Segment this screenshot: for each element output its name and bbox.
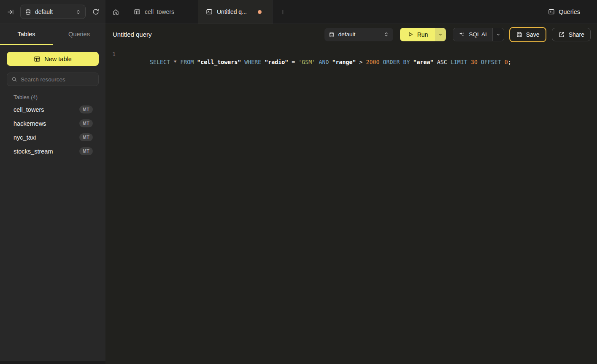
table-engine-badge: MT	[79, 119, 93, 127]
sql-editor[interactable]: 1 SELECT * FROM "cell_towers" WHERE "rad…	[105, 45, 597, 364]
sql-token: FROM	[180, 59, 197, 65]
tables-section-label: Tables (4)	[14, 94, 99, 100]
play-icon	[407, 31, 413, 38]
sql-code-line: SELECT * FROM "cell_towers" WHERE "radio…	[123, 50, 511, 74]
database-icon	[25, 9, 31, 15]
sparkles-icon	[459, 31, 465, 38]
plus-icon	[280, 9, 286, 15]
share-button[interactable]: Share	[552, 28, 591, 41]
database-icon	[329, 32, 335, 38]
table-row-name: nyc_taxi	[14, 134, 36, 141]
sql-token: AND	[319, 59, 332, 65]
sql-ai-options-button[interactable]	[492, 28, 504, 41]
table-row-name: cell_towers	[14, 106, 44, 113]
sidebar-footer	[0, 361, 105, 364]
table-row-name: stocks_stream	[14, 148, 53, 155]
queries-button-label: Queries	[559, 8, 580, 15]
run-button-label: Run	[417, 31, 428, 38]
new-table-button-label: New table	[44, 56, 71, 62]
tab-untitled-query[interactable]: Untitled q...	[198, 0, 273, 24]
sql-token: SELECT	[150, 59, 173, 65]
line-number: 1	[112, 50, 116, 58]
table-row[interactable]: stocks_stream MT	[0, 144, 105, 158]
table-row-name: hackernews	[14, 120, 46, 127]
sidebar-tabs: Tables Queries	[0, 24, 105, 45]
run-button-group: Run	[400, 28, 446, 41]
run-button[interactable]: Run	[400, 28, 435, 41]
sql-token: 0	[505, 59, 508, 65]
sql-ai-button-group: SQL AI	[453, 28, 504, 41]
save-icon	[516, 31, 523, 38]
database-selector-value: default	[35, 8, 53, 15]
new-table-button[interactable]: New table	[7, 52, 99, 66]
collapse-sidebar-icon[interactable]	[7, 8, 14, 16]
terminal-icon	[548, 8, 555, 15]
table-engine-badge: MT	[79, 147, 93, 155]
sql-token: 2000	[366, 59, 383, 65]
sidebar-tab-queries[interactable]: Queries	[53, 24, 105, 45]
sql-token: WHERE	[244, 59, 265, 65]
query-toolbar: default Run	[324, 27, 591, 42]
sql-token: LIMIT	[451, 59, 471, 65]
search-input[interactable]	[21, 76, 95, 83]
tab-cell-towers[interactable]: cell_towers	[126, 0, 198, 24]
search-icon	[11, 76, 17, 82]
sql-ai-button[interactable]: SQL AI	[453, 28, 492, 41]
sql-token: "cell_towers"	[197, 59, 244, 65]
share-icon	[558, 31, 565, 38]
queries-button[interactable]: Queries	[548, 0, 597, 24]
table-row[interactable]: cell_towers MT	[0, 102, 105, 116]
table-engine-badge: MT	[79, 133, 93, 141]
top-bar-left: default	[0, 0, 105, 24]
query-database-selector-value: default	[338, 31, 356, 38]
sql-token: ;	[508, 59, 511, 65]
new-tab-button[interactable]	[273, 0, 293, 24]
run-options-button[interactable]	[435, 28, 446, 41]
table-row[interactable]: hackernews MT	[0, 116, 105, 130]
sql-token: 30	[471, 59, 481, 65]
chevron-down-icon	[438, 32, 443, 37]
table-icon	[34, 56, 41, 62]
refresh-icon[interactable]	[92, 8, 100, 16]
sidebar-tab-tables[interactable]: Tables	[0, 24, 53, 45]
home-icon	[112, 8, 119, 16]
sql-token: =	[292, 59, 298, 65]
sidebar: Tables Queries New table Tables (4) cell…	[0, 24, 105, 364]
database-selector[interactable]: default	[20, 5, 86, 19]
sidebar-tab-label: Queries	[68, 31, 90, 38]
sql-token: OFFSET	[481, 59, 505, 65]
sql-token: "area"	[413, 59, 437, 65]
tab-strip: cell_towers Untitled q... Queries	[105, 0, 597, 24]
share-button-label: Share	[569, 31, 584, 38]
save-button[interactable]: Save	[509, 27, 546, 42]
sql-token: ASC	[437, 59, 451, 65]
tab-home[interactable]	[105, 0, 126, 24]
query-title: Untitled query	[113, 31, 152, 38]
sql-ai-button-label: SQL AI	[469, 31, 486, 38]
top-bar: default cell_towers Untitled q...	[0, 0, 597, 24]
updown-chevron-icon	[384, 32, 389, 37]
query-database-selector[interactable]: default	[324, 28, 393, 41]
unsaved-indicator-dot	[258, 10, 262, 14]
query-header: Untitled query default	[105, 24, 597, 45]
terminal-icon	[206, 8, 213, 15]
sql-token: 'GSM'	[298, 59, 319, 65]
updown-chevron-icon	[76, 9, 81, 15]
table-engine-badge: MT	[79, 105, 93, 113]
tab-label: Untitled q...	[217, 8, 247, 15]
chevron-down-icon	[496, 32, 501, 37]
table-icon	[134, 8, 140, 15]
search-box	[7, 73, 99, 86]
main-panel: Untitled query default	[105, 24, 597, 364]
sql-token: >	[359, 59, 366, 65]
table-row[interactable]: nyc_taxi MT	[0, 130, 105, 144]
sidebar-tab-label: Tables	[18, 31, 35, 38]
sql-token: *	[173, 59, 180, 65]
sql-token: ORDER BY	[383, 59, 413, 65]
tab-label: cell_towers	[145, 8, 174, 15]
sql-token: "radio"	[265, 59, 292, 65]
sql-token: "range"	[332, 59, 359, 65]
save-button-label: Save	[526, 31, 540, 38]
